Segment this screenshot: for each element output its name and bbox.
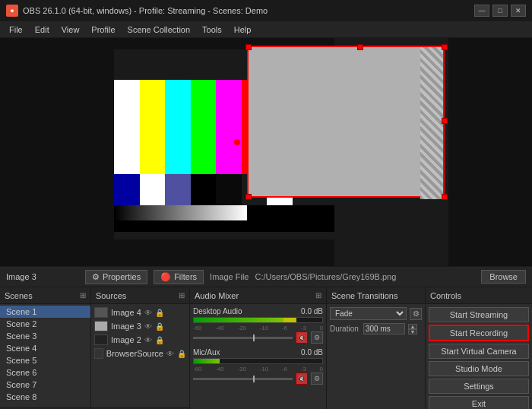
menu-help[interactable]: Help bbox=[228, 21, 258, 37]
audio-track-desktop: Desktop Audio 0.0 dB -60-40-20-10-6-30 🔇… bbox=[193, 307, 323, 344]
scene-item-4[interactable]: Scene 4 bbox=[0, 342, 90, 354]
eye-icon-image2[interactable]: 👁 bbox=[144, 336, 152, 344]
audio-header-label: Audio Mixer bbox=[195, 291, 239, 300]
sources-list: Image 4 👁 🔒 Image 3 👁 🔒 Image 2 👁 🔒 Brow… bbox=[91, 304, 189, 407]
duration-spinners: ▲ ▼ bbox=[408, 324, 417, 334]
scene-item-8[interactable]: Scene 8 bbox=[0, 391, 90, 403]
audio-track-desktop-header: Desktop Audio 0.0 dB bbox=[193, 307, 323, 315]
below-ramp bbox=[114, 220, 247, 232]
scenes-header-label: Scenes bbox=[5, 291, 33, 300]
cb-cyan bbox=[165, 80, 191, 174]
scene-item-3[interactable]: Scene 3 bbox=[0, 330, 90, 342]
duration-label: Duration bbox=[330, 325, 360, 333]
menu-profile[interactable]: Profile bbox=[85, 21, 121, 37]
cb-white2 bbox=[140, 174, 166, 205]
duration-down-button[interactable]: ▼ bbox=[408, 329, 417, 334]
sources-panel-header: Sources ⊞ bbox=[91, 287, 189, 304]
source-name-label: Image 3 bbox=[6, 272, 79, 281]
browse-button[interactable]: Browse bbox=[481, 270, 526, 284]
controls-header-label: Controls bbox=[430, 291, 461, 300]
preview-bottom-black bbox=[114, 239, 334, 266]
menu-scene-collection[interactable]: Scene Collection bbox=[122, 21, 197, 37]
audio-mic-slider[interactable] bbox=[193, 378, 293, 380]
audio-desktop-mute-button[interactable]: 🔇 bbox=[296, 331, 308, 344]
audio-desktop-slider[interactable] bbox=[193, 337, 293, 339]
lock-icon-image4[interactable]: 🔒 bbox=[155, 309, 164, 317]
source-item-browsersource[interactable]: BrowserSource 👁 🔒 bbox=[91, 347, 189, 360]
scene-item-7[interactable]: Scene 7 bbox=[0, 379, 90, 391]
audio-desktop-controls: 🔇 ⚙ bbox=[193, 331, 323, 344]
cb-black2 bbox=[191, 174, 217, 205]
lock-icon-browsersource[interactable]: 🔒 bbox=[177, 350, 186, 358]
grey-image-overlay bbox=[247, 46, 445, 198]
audio-desktop-level-green bbox=[194, 318, 283, 322]
audio-mic-scale: -60-40-20-10-6-30 bbox=[193, 366, 323, 373]
lock-icon-image3[interactable]: 🔒 bbox=[155, 322, 164, 331]
grayscale-ramp bbox=[114, 205, 247, 220]
scene-item-2[interactable]: Scene 2 bbox=[0, 318, 90, 330]
maximize-button[interactable]: □ bbox=[492, 5, 508, 17]
cb-purple bbox=[165, 174, 191, 205]
studio-mode-button[interactable]: Studio Mode bbox=[429, 361, 529, 376]
controls-panel-header: Controls bbox=[426, 287, 532, 304]
audio-track-mic: Mic/Aux 0.0 dB -60-40-20-10-6-30 🔇 ⚙ bbox=[193, 348, 323, 385]
audio-mic-mute-button[interactable]: 🔇 bbox=[296, 373, 308, 385]
transitions-panel: Scene Transitions Fade Cut Swipe ⚙ Durat… bbox=[327, 287, 426, 409]
scenes-header-icon: ⊞ bbox=[80, 291, 86, 300]
cb-white bbox=[114, 80, 140, 174]
center-handle[interactable] bbox=[234, 139, 240, 145]
transition-type-select[interactable]: Fade Cut Swipe bbox=[330, 307, 407, 320]
audio-mic-db: 0.0 dB bbox=[301, 348, 323, 357]
menu-view[interactable]: View bbox=[55, 21, 86, 37]
menu-tools[interactable]: Tools bbox=[196, 21, 228, 37]
source-item-image4[interactable]: Image 4 👁 🔒 bbox=[91, 306, 189, 319]
close-button[interactable]: ✕ bbox=[511, 5, 526, 17]
source-item-image2[interactable]: Image 2 👁 🔒 bbox=[91, 333, 189, 347]
scene-item-5[interactable]: Scene 5 bbox=[0, 354, 90, 366]
handle-bottom-left[interactable] bbox=[245, 194, 252, 200]
cb-magenta bbox=[216, 80, 242, 174]
duration-input[interactable] bbox=[363, 323, 405, 334]
audio-desktop-meter bbox=[193, 317, 323, 323]
audio-mic-slider-thumb bbox=[253, 376, 255, 382]
audio-mic-settings-button[interactable]: ⚙ bbox=[311, 373, 323, 385]
audio-desktop-settings-button[interactable]: ⚙ bbox=[311, 331, 323, 344]
handle-bottom-right[interactable] bbox=[442, 194, 448, 200]
cb-dark-blue bbox=[114, 174, 140, 205]
eye-icon-image4[interactable]: 👁 bbox=[144, 309, 152, 317]
filters-button[interactable]: 🔴 Filters bbox=[154, 270, 204, 284]
source-item-image3[interactable]: Image 3 👁 🔒 bbox=[91, 319, 189, 333]
menu-edit[interactable]: Edit bbox=[29, 21, 55, 37]
minimize-button[interactable]: — bbox=[474, 5, 489, 17]
audio-desktop-name: Desktop Audio bbox=[193, 307, 242, 315]
settings-button[interactable]: Settings bbox=[429, 379, 529, 394]
audio-mixer-panel: Audio Mixer ⊞ Desktop Audio 0.0 dB -60-4… bbox=[190, 287, 327, 409]
lock-icon-image2[interactable]: 🔒 bbox=[155, 336, 164, 344]
scene-item-6[interactable]: Scene 6 bbox=[0, 366, 90, 379]
menu-file[interactable]: File bbox=[3, 21, 29, 37]
start-recording-button[interactable]: Start Recording bbox=[429, 325, 529, 341]
infobar: Image 3 ⚙ Properties 🔴 Filters Image Fil… bbox=[0, 266, 532, 287]
eye-icon-image3[interactable]: 👁 bbox=[144, 322, 152, 331]
properties-button[interactable]: ⚙ Properties bbox=[85, 270, 147, 284]
titlebar-controls[interactable]: — □ ✕ bbox=[474, 5, 526, 17]
transition-type-row: Fade Cut Swipe ⚙ bbox=[330, 307, 422, 320]
exit-button[interactable]: Exit bbox=[429, 396, 529, 409]
source-thumb-image4 bbox=[94, 307, 108, 318]
handle-top-center[interactable] bbox=[357, 44, 363, 50]
transitions-panel-header: Scene Transitions bbox=[327, 287, 425, 304]
cb-black3 bbox=[216, 174, 242, 205]
menubar: File Edit View Profile Scene Collection … bbox=[0, 21, 532, 38]
cb-green bbox=[191, 80, 217, 174]
transition-gear-button[interactable]: ⚙ bbox=[410, 308, 422, 320]
scene-item-1[interactable]: Scene 1 bbox=[0, 306, 90, 318]
start-virtual-camera-button[interactable]: Start Virtual Camera bbox=[429, 344, 529, 359]
duration-up-button[interactable]: ▲ bbox=[408, 324, 417, 329]
handle-top-right[interactable] bbox=[442, 44, 448, 50]
cb-yellow bbox=[140, 80, 166, 174]
start-streaming-button[interactable]: Start Streaming bbox=[429, 307, 529, 322]
eye-icon-browsersource[interactable]: 👁 bbox=[166, 350, 174, 358]
handle-middle-right[interactable] bbox=[442, 118, 448, 124]
obs-icon: ● bbox=[6, 5, 18, 17]
handle-top-left[interactable] bbox=[245, 44, 252, 50]
